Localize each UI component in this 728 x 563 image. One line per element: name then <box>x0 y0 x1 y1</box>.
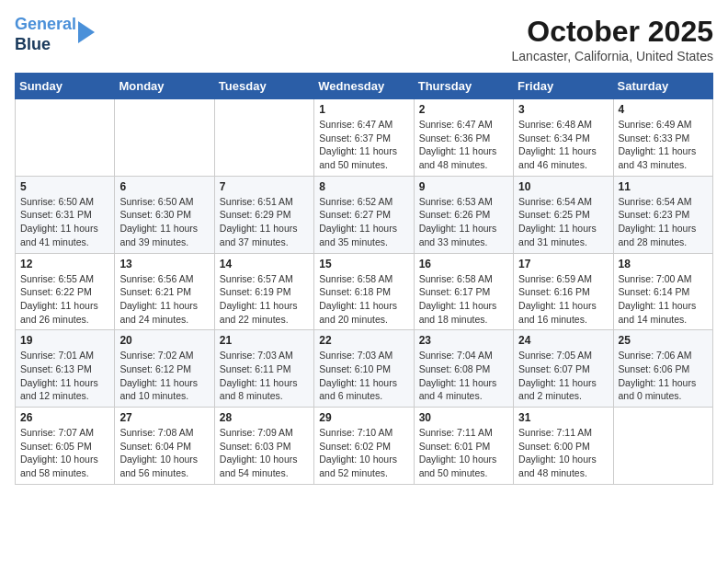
day-number: 8 <box>319 180 408 193</box>
calendar-table: SundayMondayTuesdayWednesdayThursdayFrid… <box>15 73 713 485</box>
day-info: Sunrise: 6:59 AMSunset: 6:16 PMDaylight:… <box>518 272 608 327</box>
day-number: 22 <box>319 334 408 347</box>
day-number: 9 <box>419 180 508 193</box>
calendar-cell <box>115 99 214 177</box>
day-info: Sunrise: 6:57 AMSunset: 6:19 PMDaylight:… <box>220 272 309 327</box>
calendar-cell <box>214 99 313 177</box>
day-number: 4 <box>619 103 708 116</box>
day-number: 11 <box>619 180 708 193</box>
day-info: Sunrise: 7:07 AMSunset: 6:05 PMDaylight:… <box>20 426 109 480</box>
calendar-cell: 7Sunrise: 6:51 AMSunset: 6:29 PMDaylight… <box>214 176 313 253</box>
day-number: 26 <box>20 411 109 424</box>
calendar-cell: 1Sunrise: 6:47 AMSunset: 6:37 PMDaylight… <box>314 99 414 177</box>
day-number: 24 <box>518 334 608 347</box>
calendar-cell: 10Sunrise: 6:54 AMSunset: 6:25 PMDayligh… <box>514 176 613 253</box>
day-info: Sunrise: 7:03 AMSunset: 6:10 PMDaylight:… <box>319 349 408 403</box>
calendar-cell: 27Sunrise: 7:08 AMSunset: 6:04 PMDayligh… <box>115 408 214 485</box>
calendar-cell: 31Sunrise: 7:11 AMSunset: 6:00 PMDayligh… <box>514 408 613 485</box>
calendar-cell: 28Sunrise: 7:09 AMSunset: 6:03 PMDayligh… <box>214 408 313 485</box>
calendar-cell: 4Sunrise: 6:49 AMSunset: 6:33 PMDaylight… <box>613 99 712 177</box>
weekday-header-thursday: Thursday <box>414 74 513 99</box>
day-number: 16 <box>419 258 508 270</box>
day-number: 10 <box>518 180 608 193</box>
weekday-header-friday: Friday <box>514 74 613 99</box>
day-info: Sunrise: 7:10 AMSunset: 6:02 PMDaylight:… <box>319 426 408 480</box>
calendar-cell: 23Sunrise: 7:04 AMSunset: 6:08 PMDayligh… <box>414 330 513 408</box>
day-info: Sunrise: 6:54 AMSunset: 6:23 PMDaylight:… <box>619 195 708 249</box>
day-info: Sunrise: 6:55 AMSunset: 6:22 PMDaylight:… <box>20 272 109 327</box>
calendar-week-2: 5Sunrise: 6:50 AMSunset: 6:31 PMDaylight… <box>16 176 713 253</box>
calendar-cell: 6Sunrise: 6:50 AMSunset: 6:30 PMDaylight… <box>115 176 214 253</box>
day-info: Sunrise: 7:05 AMSunset: 6:07 PMDaylight:… <box>518 349 608 403</box>
logo-arrow-icon <box>78 21 95 43</box>
day-info: Sunrise: 7:01 AMSunset: 6:13 PMDaylight:… <box>20 349 109 403</box>
logo-text: GeneralBlue <box>15 15 76 54</box>
weekday-header-wednesday: Wednesday <box>314 74 414 99</box>
weekday-header-saturday: Saturday <box>613 74 712 99</box>
day-info: Sunrise: 7:08 AMSunset: 6:04 PMDaylight:… <box>119 426 209 480</box>
calendar-cell: 9Sunrise: 6:53 AMSunset: 6:26 PMDaylight… <box>414 176 513 253</box>
day-info: Sunrise: 6:49 AMSunset: 6:33 PMDaylight:… <box>619 118 708 172</box>
logo: GeneralBlue <box>15 15 95 54</box>
calendar-week-1: 1Sunrise: 6:47 AMSunset: 6:37 PMDaylight… <box>16 99 713 177</box>
weekday-header-sunday: Sunday <box>16 74 115 99</box>
location-text: Lancaster, California, United States <box>512 49 713 63</box>
day-info: Sunrise: 7:11 AMSunset: 6:00 PMDaylight:… <box>518 426 608 480</box>
calendar-cell: 21Sunrise: 7:03 AMSunset: 6:11 PMDayligh… <box>214 330 313 408</box>
day-number: 19 <box>20 334 109 347</box>
day-info: Sunrise: 7:09 AMSunset: 6:03 PMDaylight:… <box>220 426 309 480</box>
day-number: 5 <box>20 180 109 193</box>
day-info: Sunrise: 6:51 AMSunset: 6:29 PMDaylight:… <box>220 195 309 249</box>
day-info: Sunrise: 6:50 AMSunset: 6:31 PMDaylight:… <box>20 195 109 249</box>
calendar-cell: 2Sunrise: 6:47 AMSunset: 6:36 PMDaylight… <box>414 99 513 177</box>
day-number: 23 <box>419 334 508 347</box>
day-number: 25 <box>619 334 708 347</box>
day-number: 3 <box>518 103 608 116</box>
calendar-cell <box>613 408 712 485</box>
day-info: Sunrise: 6:54 AMSunset: 6:25 PMDaylight:… <box>518 195 608 249</box>
day-number: 15 <box>319 258 408 270</box>
day-number: 28 <box>220 411 309 424</box>
day-number: 7 <box>220 180 309 193</box>
day-info: Sunrise: 6:56 AMSunset: 6:21 PMDaylight:… <box>119 272 209 327</box>
calendar-cell: 3Sunrise: 6:48 AMSunset: 6:34 PMDaylight… <box>514 99 613 177</box>
weekday-header-tuesday: Tuesday <box>214 74 313 99</box>
calendar-cell: 13Sunrise: 6:56 AMSunset: 6:21 PMDayligh… <box>115 253 214 330</box>
day-info: Sunrise: 6:58 AMSunset: 6:18 PMDaylight:… <box>319 272 408 327</box>
calendar-week-3: 12Sunrise: 6:55 AMSunset: 6:22 PMDayligh… <box>16 253 713 330</box>
calendar-cell: 16Sunrise: 6:58 AMSunset: 6:17 PMDayligh… <box>414 253 513 330</box>
calendar-cell: 18Sunrise: 7:00 AMSunset: 6:14 PMDayligh… <box>613 253 712 330</box>
day-info: Sunrise: 7:03 AMSunset: 6:11 PMDaylight:… <box>220 349 309 403</box>
page-header: GeneralBlue October 2025 Lancaster, Cali… <box>15 15 713 63</box>
calendar-week-4: 19Sunrise: 7:01 AMSunset: 6:13 PMDayligh… <box>16 330 713 408</box>
calendar-cell <box>16 99 115 177</box>
day-info: Sunrise: 7:02 AMSunset: 6:12 PMDaylight:… <box>119 349 209 403</box>
day-number: 29 <box>319 411 408 424</box>
day-info: Sunrise: 7:04 AMSunset: 6:08 PMDaylight:… <box>419 349 508 403</box>
day-number: 13 <box>119 258 209 270</box>
calendar-cell: 15Sunrise: 6:58 AMSunset: 6:18 PMDayligh… <box>314 253 414 330</box>
calendar-cell: 19Sunrise: 7:01 AMSunset: 6:13 PMDayligh… <box>16 330 115 408</box>
day-number: 18 <box>619 258 708 270</box>
weekday-header-monday: Monday <box>115 74 214 99</box>
calendar-week-5: 26Sunrise: 7:07 AMSunset: 6:05 PMDayligh… <box>16 408 713 485</box>
day-info: Sunrise: 6:52 AMSunset: 6:27 PMDaylight:… <box>319 195 408 249</box>
calendar-cell: 17Sunrise: 6:59 AMSunset: 6:16 PMDayligh… <box>514 253 613 330</box>
calendar-cell: 29Sunrise: 7:10 AMSunset: 6:02 PMDayligh… <box>314 408 414 485</box>
day-number: 20 <box>119 334 209 347</box>
calendar-cell: 11Sunrise: 6:54 AMSunset: 6:23 PMDayligh… <box>613 176 712 253</box>
day-number: 30 <box>419 411 508 424</box>
day-info: Sunrise: 6:47 AMSunset: 6:36 PMDaylight:… <box>419 118 508 172</box>
day-info: Sunrise: 6:48 AMSunset: 6:34 PMDaylight:… <box>518 118 608 172</box>
day-number: 12 <box>20 258 109 270</box>
calendar-cell: 20Sunrise: 7:02 AMSunset: 6:12 PMDayligh… <box>115 330 214 408</box>
calendar-cell: 22Sunrise: 7:03 AMSunset: 6:10 PMDayligh… <box>314 330 414 408</box>
day-number: 21 <box>220 334 309 347</box>
calendar-cell: 30Sunrise: 7:11 AMSunset: 6:01 PMDayligh… <box>414 408 513 485</box>
calendar-cell: 26Sunrise: 7:07 AMSunset: 6:05 PMDayligh… <box>16 408 115 485</box>
day-info: Sunrise: 6:58 AMSunset: 6:17 PMDaylight:… <box>419 272 508 327</box>
day-info: Sunrise: 6:47 AMSunset: 6:37 PMDaylight:… <box>319 118 408 172</box>
calendar-cell: 8Sunrise: 6:52 AMSunset: 6:27 PMDaylight… <box>314 176 414 253</box>
day-info: Sunrise: 7:11 AMSunset: 6:01 PMDaylight:… <box>419 426 508 480</box>
calendar-cell: 24Sunrise: 7:05 AMSunset: 6:07 PMDayligh… <box>514 330 613 408</box>
